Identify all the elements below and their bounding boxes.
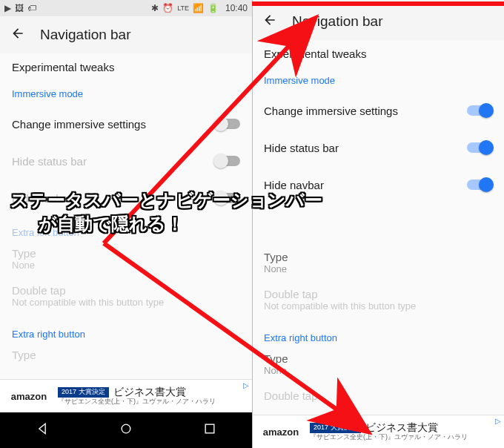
app-bar: Navigation bar [252, 0, 504, 40]
bluetooth-icon: ✱ [151, 3, 159, 13]
annotation-text-line2: が自動で隠れる！ [39, 212, 184, 236]
ad-title: ビジネス書大賞 [365, 422, 438, 433]
row-change-immersive[interactable]: Change immersive settings [0, 105, 252, 142]
heading-experimental: Experimental tweaks [0, 53, 252, 78]
switch-hide-statusbar[interactable] [215, 156, 240, 166]
ad-badge: 2017 大賞決定 [58, 387, 109, 398]
divider [252, 0, 253, 448]
row-type[interactable]: Type None [252, 248, 504, 285]
lte-icon: LTE [177, 4, 189, 12]
section-extra-right: Extra right button [252, 322, 504, 349]
nav-back-icon[interactable] [35, 421, 50, 439]
ad-close-icon[interactable]: ▷ [495, 417, 501, 425]
clock: 10:40 [225, 3, 248, 13]
page-title: Navigation bar [40, 27, 131, 43]
app-bar: Navigation bar [0, 16, 252, 53]
amazon-logo: amazon [4, 384, 53, 408]
ad-badge: 2017 大賞決定 [310, 423, 361, 433]
row-change-immersive[interactable]: Change immersive settings [252, 92, 504, 129]
ad-subtitle: 『サピエンス全史(上・下)』ユヴァル・ノア・ハラリ [58, 398, 216, 406]
switch-change-immersive[interactable] [215, 119, 240, 129]
alarm-icon: ⏰ [162, 3, 173, 13]
ad-subtitle: 『サピエンス全史(上・下)』ユヴァル・ノア・ハラリ [310, 434, 468, 441]
heading-experimental: Experimental tweaks [252, 40, 504, 65]
section-immersive: Immersive mode [0, 78, 252, 105]
right-screenshot: Navigation bar Experimental tweaks Immer… [252, 0, 504, 448]
svg-point-0 [122, 424, 130, 433]
row-double-tap: Double tap Not compatible with this butt… [0, 281, 252, 318]
settings-list: Experimental tweaks Immersive mode Chang… [252, 40, 504, 412]
battery-icon: 🔋 [208, 3, 219, 13]
row-hide-statusbar[interactable]: Hide status bar [0, 142, 252, 179]
section-extra-right: Extra right button [0, 318, 252, 346]
play-icon: ▶ [4, 3, 11, 13]
row-type[interactable]: Type None [0, 244, 252, 281]
switch-hide-statusbar[interactable] [467, 142, 492, 153]
annotation-text-line1: ステータスバーとナビゲーションバー [10, 188, 322, 212]
row-hide-statusbar[interactable]: Hide status bar [252, 129, 504, 166]
back-icon[interactable] [10, 26, 25, 44]
navigation-bar [0, 412, 252, 448]
ad-banner[interactable]: amazon 2017 大賞決定 ビジネス書大賞 『サピエンス全史(上・下)』ユ… [252, 415, 504, 448]
page-title: Navigation bar [292, 13, 383, 30]
signal-icon: 📶 [193, 3, 204, 13]
annotation-red-bar [252, 1, 504, 6]
section-immersive: Immersive mode [252, 65, 504, 92]
image-icon: 🖼 [15, 3, 24, 13]
row-type-2[interactable]: Type None [252, 349, 504, 386]
ad-close-icon[interactable]: ▷ [243, 381, 249, 389]
ad-banner[interactable]: amazon 2017 大賞決定 ビジネス書大賞 『サピエンス全史(上・下)』ユ… [0, 379, 252, 412]
switch-hide-navbar[interactable] [467, 179, 492, 190]
amazon-logo: amazon [256, 420, 305, 444]
row-double-tap: Double tap Not compatible with this butt… [252, 285, 504, 322]
row-double-tap-2: Double tap [252, 386, 504, 412]
tag-icon: 🏷 [27, 3, 36, 13]
back-icon[interactable] [262, 13, 277, 30]
svg-rect-1 [205, 424, 214, 433]
row-type-2[interactable]: Type [0, 346, 252, 372]
switch-change-immersive[interactable] [467, 105, 492, 116]
ad-title: ビジネス書大賞 [113, 386, 186, 398]
nav-recents-icon[interactable] [202, 421, 217, 439]
status-bar: ▶ 🖼 🏷 ✱ ⏰ LTE 📶 🔋 10:40 [0, 0, 252, 16]
nav-home-icon[interactable] [119, 421, 133, 439]
